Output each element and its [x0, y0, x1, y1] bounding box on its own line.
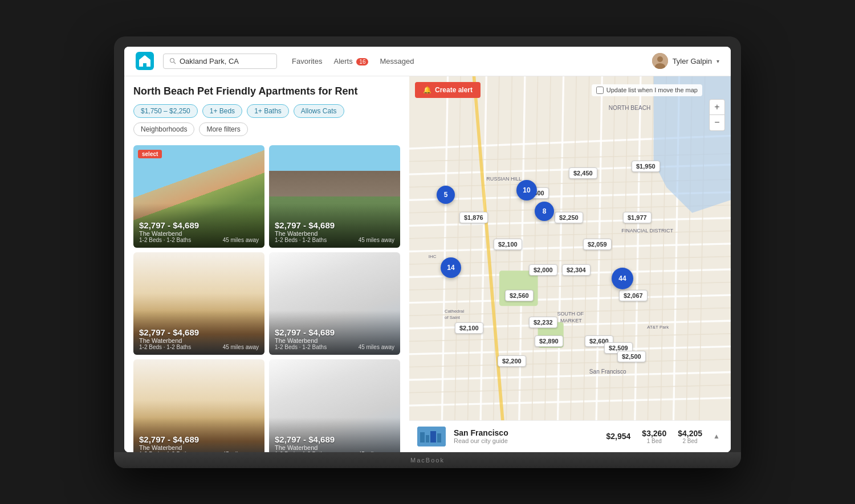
listing-overlay: $2,797 - $4,689 The Waterbend 1-2 Beds ·…	[269, 203, 400, 248]
avatar	[652, 53, 668, 69]
price-marker[interactable]: $1,977	[623, 212, 652, 223]
price-marker[interactable]: $2,560	[505, 290, 534, 301]
price-marker[interactable]: $2,450	[569, 167, 597, 179]
price-marker[interactable]: $1,950	[632, 161, 660, 172]
listing-name: The Waterbend	[139, 337, 259, 344]
price-marker[interactable]: $2,890	[535, 335, 563, 347]
svg-point-2	[170, 59, 174, 63]
alerts-badge: 16	[356, 58, 368, 65]
listing-grid: select $2,797 - $4,689 The Waterbend 1-2…	[133, 145, 400, 452]
listing-price: $2,797 - $4,689	[275, 327, 394, 337]
price-marker[interactable]: $2,304	[562, 264, 591, 276]
search-icon	[169, 58, 176, 64]
city-guide-sub[interactable]: Read our city guide	[454, 437, 598, 444]
listing-details: 1-2 Beds · 1-2 Baths 45 miles away	[275, 237, 394, 243]
svg-text:IHC: IHC	[429, 253, 437, 259]
create-alert-button[interactable]: 🔔 Create alert	[415, 82, 481, 98]
listing-overlay: $2,797 - $4,689 The Waterbend 1-2 Beds ·…	[133, 310, 264, 355]
collapse-button[interactable]: ▲	[710, 430, 723, 442]
map-panel[interactable]: NORTH BEACH RUSSIAN HILL FINANCIAL DISTR…	[409, 76, 731, 452]
listing-details: 1-2 Beds · 1-2 Baths 45 miles away	[275, 344, 394, 350]
filter-neighborhoods[interactable]: Neighborhoods	[133, 122, 194, 136]
filter-more[interactable]: More filters	[199, 122, 247, 136]
svg-text:AT&T Park: AT&T Park	[647, 324, 669, 329]
listing-card[interactable]: $2,797 - $4,689 The Waterbend 1-2 Beds ·…	[133, 359, 264, 452]
search-input[interactable]	[180, 57, 271, 65]
price-marker[interactable]: $2,059	[583, 239, 612, 250]
svg-text:Cathedral: Cathedral	[445, 308, 464, 313]
listing-overlay: $2,797 - $4,689 The Waterbend 1-2 Beds ·…	[269, 310, 400, 355]
cluster-marker[interactable]: 10	[516, 180, 537, 200]
cluster-marker[interactable]: 44	[612, 268, 633, 289]
listing-name: The Waterbend	[275, 444, 394, 451]
svg-point-5	[657, 56, 663, 62]
search-bar[interactable]	[163, 54, 277, 69]
svg-rect-68	[437, 433, 441, 442]
listing-card[interactable]: select $2,797 - $4,689 The Waterbend 1-2…	[133, 145, 264, 248]
zoom-out-button[interactable]: −	[709, 115, 725, 131]
nav-messaged[interactable]: Messaged	[380, 57, 414, 65]
header: Favorites Alerts 16 Messaged Tyler Galpi…	[124, 47, 731, 76]
svg-rect-66	[426, 435, 429, 442]
city-name: San Francisco	[454, 428, 598, 437]
zoom-in-button[interactable]: +	[709, 99, 725, 115]
bell-icon: 🔔	[423, 86, 431, 94]
user-name: Tyler Galpin	[673, 57, 712, 65]
city-price-2bed: $4,205 2 Bed	[678, 429, 702, 444]
price-marker[interactable]: $2,067	[619, 290, 648, 301]
price-marker[interactable]: $1,876	[459, 212, 488, 223]
listing-card[interactable]: $2,797 - $4,689 The Waterbend 1-2 Beds ·…	[269, 252, 400, 355]
filter-cats[interactable]: Allows Cats	[294, 104, 344, 118]
laptop-screen: Favorites Alerts 16 Messaged Tyler Galpi…	[124, 47, 731, 452]
city-thumbnail	[417, 427, 446, 446]
listing-price: $2,797 - $4,689	[275, 435, 394, 444]
listing-card[interactable]: $2,797 - $4,689 The Waterbend 1-2 Beds ·…	[269, 359, 400, 452]
price-marker[interactable]: $2,500	[617, 351, 646, 362]
price-marker[interactable]: $2,200	[498, 355, 526, 367]
update-list-label[interactable]: Update list when I move the map	[606, 87, 698, 93]
svg-text:of Saint: of Saint	[445, 314, 461, 319]
laptop-label: MacBook	[410, 457, 445, 464]
update-list-checkbox[interactable]	[596, 87, 604, 94]
price-marker[interactable]: $2,100	[455, 322, 483, 334]
city-info: San Francisco Read our city guide	[454, 428, 598, 444]
svg-point-1	[143, 56, 146, 59]
city-price-1bed: $3,260 1 Bed	[642, 429, 666, 444]
listing-details: 1-2 Beds · 1-2 Baths 45 miles away	[139, 451, 259, 452]
listing-card[interactable]: $2,797 - $4,689 The Waterbend 1-2 Beds ·…	[269, 145, 400, 248]
price-marker[interactable]: $2,000	[529, 264, 557, 276]
cluster-marker[interactable]: 5	[437, 186, 455, 204]
left-panel: North Beach Pet Friendly Apartments for …	[124, 76, 409, 452]
page-title: North Beach Pet Friendly Apartments for …	[133, 85, 400, 97]
nav-alerts[interactable]: Alerts 16	[333, 57, 368, 65]
filter-price[interactable]: $1,750 – $2,250	[133, 104, 198, 118]
map-container[interactable]: NORTH BEACH RUSSIAN HILL FINANCIAL DISTR…	[409, 76, 731, 452]
svg-rect-65	[420, 432, 425, 442]
price-marker[interactable]: $2,100	[494, 239, 522, 250]
listing-overlay: $2,797 - $4,689 The Waterbend 1-2 Beds ·…	[133, 203, 264, 248]
price-marker[interactable]: $2,250	[555, 212, 583, 223]
nav-links: Favorites Alerts 16 Messaged	[286, 57, 643, 65]
svg-text:NORTH BEACH: NORTH BEACH	[609, 105, 651, 111]
update-list-container: Update list when I move the map	[592, 84, 702, 96]
svg-text:RUSSIAN HILL: RUSSIAN HILL	[486, 176, 522, 182]
city-price-label: 2 Bed	[678, 438, 702, 444]
nav-favorites[interactable]: Favorites	[292, 57, 322, 65]
filters-bar: $1,750 – $2,250 1+ Beds 1+ Baths Allows …	[133, 104, 400, 136]
cluster-marker[interactable]: 8	[535, 202, 554, 221]
city-price-label: 1 Bed	[642, 438, 666, 444]
cluster-marker[interactable]: 14	[441, 257, 461, 278]
svg-text:MARKET: MARKET	[560, 317, 582, 323]
listing-card[interactable]: $2,797 - $4,689 The Waterbend 1-2 Beds ·…	[133, 252, 264, 355]
logo-icon[interactable]	[136, 52, 154, 70]
listing-details: 1-2 Beds · 1-2 Baths 45 miles away	[275, 451, 394, 452]
listing-name: The Waterbend	[139, 444, 259, 451]
svg-line-3	[174, 62, 176, 64]
price-marker[interactable]: $2,232	[529, 317, 557, 328]
listing-name: The Waterbend	[275, 230, 394, 237]
user-profile[interactable]: Tyler Galpin ▾	[652, 53, 719, 69]
city-guide: San Francisco Read our city guide $2,954…	[409, 420, 731, 452]
filter-beds[interactable]: 1+ Beds	[202, 104, 242, 118]
filter-baths[interactable]: 1+ Baths	[247, 104, 289, 118]
city-prices: $2,954 $3,260 1 Bed $4,205 2 Bed	[606, 429, 702, 444]
